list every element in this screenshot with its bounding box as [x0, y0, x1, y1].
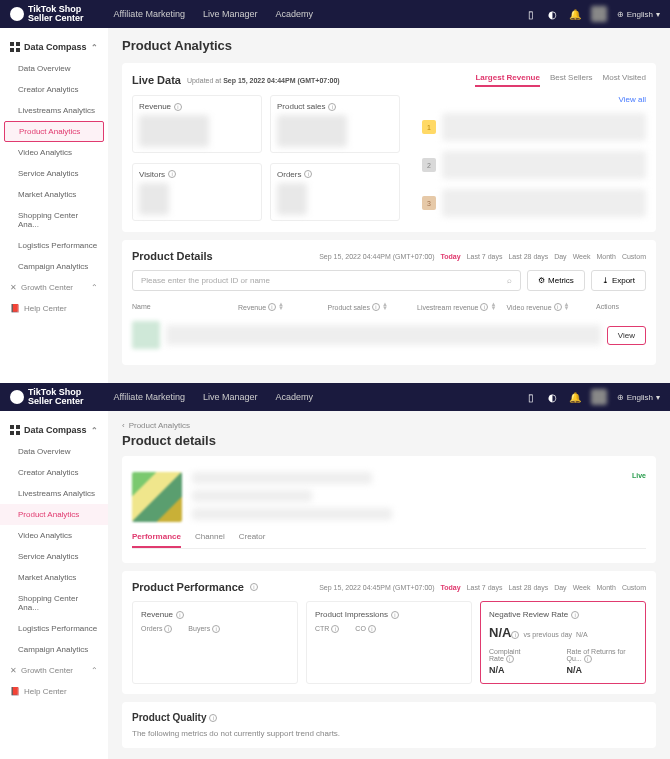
- info-icon[interactable]: i: [331, 625, 339, 633]
- col-live-revenue[interactable]: Livestream revenuei▲▼: [417, 303, 501, 311]
- language-selector[interactable]: ⊕ English ▾: [617, 393, 660, 402]
- avatar[interactable]: [591, 389, 607, 405]
- nav-academy[interactable]: Academy: [275, 392, 313, 402]
- info-icon[interactable]: i: [164, 625, 172, 633]
- bell-icon[interactable]: 🔔: [569, 8, 581, 20]
- sidebar-item-product-analytics[interactable]: Product Analytics: [0, 504, 108, 525]
- sidebar-section-data-compass[interactable]: Data Compass ⌃: [0, 419, 108, 441]
- language-selector[interactable]: ⊕ English ▾: [617, 10, 660, 19]
- range-week[interactable]: Week: [573, 253, 591, 260]
- sidebar-item-product-analytics[interactable]: Product Analytics: [4, 121, 104, 142]
- nav-affiliate[interactable]: Affiliate Marketing: [114, 392, 185, 402]
- sidebar-item-video-analytics[interactable]: Video Analytics: [0, 142, 108, 163]
- sidebar-item-livestreams-analytics[interactable]: Livestreams Analytics: [0, 100, 108, 121]
- nav-academy[interactable]: Academy: [275, 9, 313, 19]
- nav-affiliate[interactable]: Affiliate Marketing: [114, 9, 185, 19]
- sidebar-item-shopping-center[interactable]: Shopping Center Ana...: [0, 588, 108, 618]
- range-28d[interactable]: Last 28 days: [508, 253, 548, 260]
- info-icon[interactable]: i: [168, 170, 176, 178]
- col-name[interactable]: Name: [132, 303, 232, 311]
- info-icon[interactable]: i: [212, 625, 220, 633]
- range-custom[interactable]: Custom: [622, 253, 646, 260]
- info-icon[interactable]: i: [584, 655, 592, 663]
- info-icon: i: [480, 303, 488, 311]
- range-week[interactable]: Week: [573, 584, 591, 591]
- bell-icon[interactable]: 🔔: [569, 391, 581, 403]
- search-icon: ⌕: [507, 276, 512, 285]
- tab-most-visited[interactable]: Most Visited: [603, 73, 646, 87]
- subtab-creator[interactable]: Creator: [239, 532, 266, 548]
- info-icon[interactable]: i: [328, 103, 336, 111]
- phone-icon[interactable]: ▯: [525, 8, 537, 20]
- sidebar-help-center[interactable]: 📕 Help Center: [0, 681, 108, 702]
- range-day[interactable]: Day: [554, 584, 566, 591]
- subtab-performance[interactable]: Performance: [132, 532, 181, 548]
- range-day[interactable]: Day: [554, 253, 566, 260]
- info-icon[interactable]: i: [506, 655, 514, 663]
- rank-row-2[interactable]: 2: [422, 146, 646, 184]
- tab-best-sellers[interactable]: Best Sellers: [550, 73, 593, 87]
- sidebar-item-service-analytics[interactable]: Service Analytics: [0, 546, 108, 567]
- sidebar-item-logistics[interactable]: Logistics Performance: [0, 235, 108, 256]
- blurred-meta: [192, 508, 392, 520]
- col-video-revenue[interactable]: Video revenuei▲▼: [507, 303, 591, 311]
- range-28d[interactable]: Last 28 days: [508, 584, 548, 591]
- col-sales[interactable]: Product salesi▲▼: [328, 303, 412, 311]
- nav-live[interactable]: Live Manager: [203, 9, 258, 19]
- sidebar-item-video-analytics[interactable]: Video Analytics: [0, 525, 108, 546]
- sidebar-item-campaign[interactable]: Campaign Analytics: [0, 256, 108, 277]
- rank-row-1[interactable]: 1: [422, 108, 646, 146]
- sidebar-section-growth[interactable]: ✕ Growth Center⌃: [0, 277, 108, 298]
- sidebar-item-market-analytics[interactable]: Market Analytics: [0, 184, 108, 205]
- view-all-link[interactable]: View all: [422, 95, 646, 104]
- rank-row-3[interactable]: 3: [422, 184, 646, 222]
- sidebar-item-creator-analytics[interactable]: Creator Analytics: [0, 462, 108, 483]
- nav-live[interactable]: Live Manager: [203, 392, 258, 402]
- range-today[interactable]: Today: [441, 584, 461, 591]
- tab-largest-revenue[interactable]: Largest Revenue: [475, 73, 539, 87]
- range-month[interactable]: Month: [596, 584, 615, 591]
- info-icon[interactable]: i: [209, 714, 217, 722]
- info-icon[interactable]: i: [368, 625, 376, 633]
- info-icon[interactable]: i: [571, 611, 579, 619]
- info-icon[interactable]: i: [391, 611, 399, 619]
- phone-icon[interactable]: ▯: [525, 391, 537, 403]
- range-today[interactable]: Today: [441, 253, 461, 260]
- breadcrumb[interactable]: ‹Product Analytics: [122, 421, 656, 430]
- sidebar-item-livestreams-analytics[interactable]: Livestreams Analytics: [0, 483, 108, 504]
- sidebar-item-shopping-center[interactable]: Shopping Center Ana...: [0, 205, 108, 235]
- sidebar-item-market-analytics[interactable]: Market Analytics: [0, 567, 108, 588]
- range-custom[interactable]: Custom: [622, 584, 646, 591]
- range-month[interactable]: Month: [596, 253, 615, 260]
- info-icon[interactable]: i: [174, 103, 182, 111]
- info-icon[interactable]: i: [176, 611, 184, 619]
- range-7d[interactable]: Last 7 days: [467, 253, 503, 260]
- headset-icon[interactable]: ◐: [547, 391, 559, 403]
- view-button[interactable]: View: [607, 326, 646, 345]
- range-7d[interactable]: Last 7 days: [467, 584, 503, 591]
- info-icon[interactable]: i: [304, 170, 312, 178]
- headset-icon[interactable]: ◐: [547, 8, 559, 20]
- avatar[interactable]: [591, 6, 607, 22]
- metric-orders: Ordersi: [270, 163, 400, 221]
- info-icon[interactable]: i: [250, 583, 258, 591]
- sidebar-help-center[interactable]: 📕 Help Center: [0, 298, 108, 319]
- rank-badge-2: 2: [422, 158, 436, 172]
- sidebar-section-growth[interactable]: ✕ Growth Center⌃: [0, 660, 108, 681]
- sidebar-item-data-overview[interactable]: Data Overview: [0, 58, 108, 79]
- export-button[interactable]: ⤓ Export: [591, 270, 646, 291]
- perf-revenue: Revenuei Orders i Buyers i: [132, 601, 298, 684]
- logo[interactable]: TikTok Shop Seller Center: [10, 5, 84, 23]
- logo[interactable]: TikTok Shop Seller Center: [10, 388, 84, 406]
- sidebar-item-service-analytics[interactable]: Service Analytics: [0, 163, 108, 184]
- sidebar-item-campaign[interactable]: Campaign Analytics: [0, 639, 108, 660]
- sidebar-section-data-compass[interactable]: Data Compass ⌃: [0, 36, 108, 58]
- subtab-channel[interactable]: Channel: [195, 532, 225, 548]
- info-icon[interactable]: i: [511, 631, 519, 639]
- sidebar-item-logistics[interactable]: Logistics Performance: [0, 618, 108, 639]
- product-search-input[interactable]: Please enter the product ID or name⌕: [132, 270, 521, 291]
- metrics-button[interactable]: ⚙ Metrics: [527, 270, 585, 291]
- sidebar-item-creator-analytics[interactable]: Creator Analytics: [0, 79, 108, 100]
- col-revenue[interactable]: Revenuei▲▼: [238, 303, 322, 311]
- sidebar-item-data-overview[interactable]: Data Overview: [0, 441, 108, 462]
